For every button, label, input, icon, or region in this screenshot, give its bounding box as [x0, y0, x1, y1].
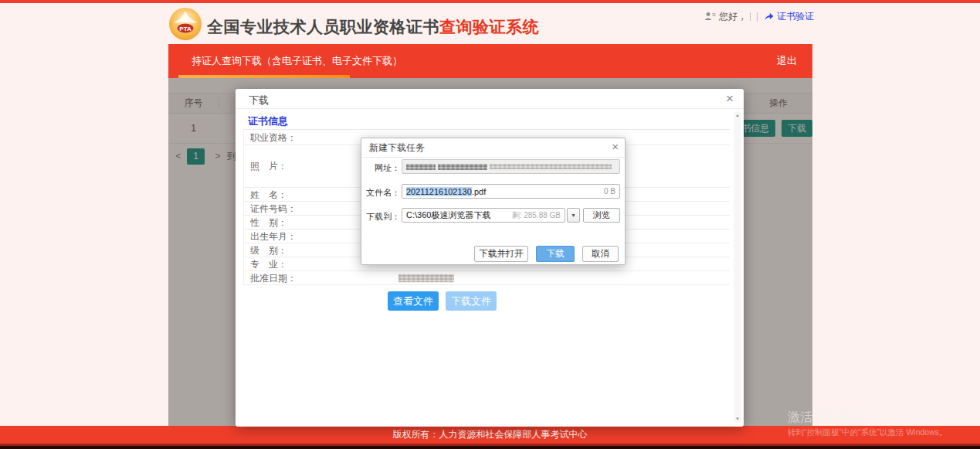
label-occupation: 职业资格：: [250, 131, 297, 144]
browse-button[interactable]: 浏览: [583, 208, 620, 223]
redacted-url-segment: [438, 164, 487, 170]
dialog-title: 新建下载任务: [369, 138, 425, 158]
url-input[interactable]: [402, 159, 620, 174]
greeting-text: 您好，: [719, 10, 747, 23]
dialog-header: 新建下载任务 ×: [361, 138, 625, 158]
file-size: 0 B: [604, 187, 615, 196]
bottom-edge-strip: [0, 446, 980, 449]
scroll-down-icon[interactable]: ▼: [734, 417, 741, 421]
filename-selected-text: 20211216102130: [406, 187, 472, 196]
scroll-up-icon[interactable]: ▲: [734, 113, 741, 117]
site-title-accent: 查询验证系统: [439, 18, 539, 36]
free-space: 剩: 285.88 GB: [512, 210, 561, 221]
redacted-url-segment: [406, 164, 436, 170]
logout-button[interactable]: 退出: [777, 44, 797, 78]
saveto-label: 下载到：: [365, 211, 400, 223]
form-row-approve-date: 批准日期：: [244, 271, 730, 285]
site-title: 全国专业技术人员职业资格证书查询验证系统: [207, 16, 539, 38]
download-and-open-button[interactable]: 下载并打开: [474, 246, 528, 262]
share-arrow-icon: [764, 12, 774, 21]
new-download-task-dialog: 新建下载任务 × 网址： 文件名： 20211216102130 .pdf 0 …: [361, 138, 626, 265]
modal-scrollbar[interactable]: ▲ ▼: [734, 111, 741, 423]
modal-header: 下载 ×: [236, 89, 744, 109]
certificate-verify-link[interactable]: 证书验证: [777, 10, 814, 23]
top-accent-strip: [0, 0, 980, 3]
pta-logo-icon: PTA: [168, 7, 202, 41]
site-title-main: 全国专业技术人员职业资格证书: [207, 18, 439, 36]
user-icon: [704, 12, 716, 21]
label-level: 级 别：: [250, 243, 287, 257]
filename-input[interactable]: 20211216102130 .pdf 0 B: [402, 184, 620, 199]
dialog-close-icon[interactable]: ×: [612, 140, 619, 153]
redacted-username: [750, 12, 751, 21]
saveto-dropdown-icon[interactable]: ▼: [567, 208, 580, 223]
download-button[interactable]: 下载: [536, 246, 575, 262]
user-greeting-bar: 您好， | 证书验证: [704, 10, 814, 22]
label-major: 专 业：: [250, 257, 287, 270]
filename-label: 文件名：: [365, 187, 400, 199]
label-birth: 出生年月：: [250, 230, 297, 243]
label-photo: 照 片：: [250, 160, 287, 173]
modal-title: 下载: [249, 94, 269, 107]
filename-extension: .pdf: [472, 187, 486, 196]
label-id-number: 证件号码：: [250, 202, 297, 215]
modal-close-icon[interactable]: ×: [726, 91, 734, 107]
label-gender: 性 别：: [250, 216, 287, 229]
svg-text:PTA: PTA: [179, 26, 192, 32]
label-approve-date: 批准日期：: [250, 271, 297, 284]
url-label: 网址：: [365, 162, 400, 174]
tab-holder-query-download[interactable]: 持证人查询下载（含电子证书、电子文件下载）: [192, 44, 402, 78]
view-file-button[interactable]: 查看文件: [388, 291, 439, 311]
saveto-input[interactable]: C:\360极速浏览器下载 剩: 285.88 GB: [402, 208, 565, 223]
download-file-button[interactable]: 下载文件: [446, 291, 497, 311]
main-navbar: 持证人查询下载（含电子证书、电子文件下载） 退出: [168, 44, 812, 78]
greeting-separator: |: [756, 11, 758, 22]
cert-info-section-title: 证书信息: [248, 114, 288, 128]
label-name: 姓 名：: [250, 188, 287, 201]
saveto-path: C:\360极速浏览器下载: [406, 209, 490, 221]
footer-copyright: 版权所有：人力资源和社会保障部人事考试中心: [0, 426, 980, 444]
cancel-button[interactable]: 取消: [582, 246, 619, 262]
redacted-url-segment: [490, 164, 612, 169]
redacted-approve-date: [398, 274, 454, 282]
